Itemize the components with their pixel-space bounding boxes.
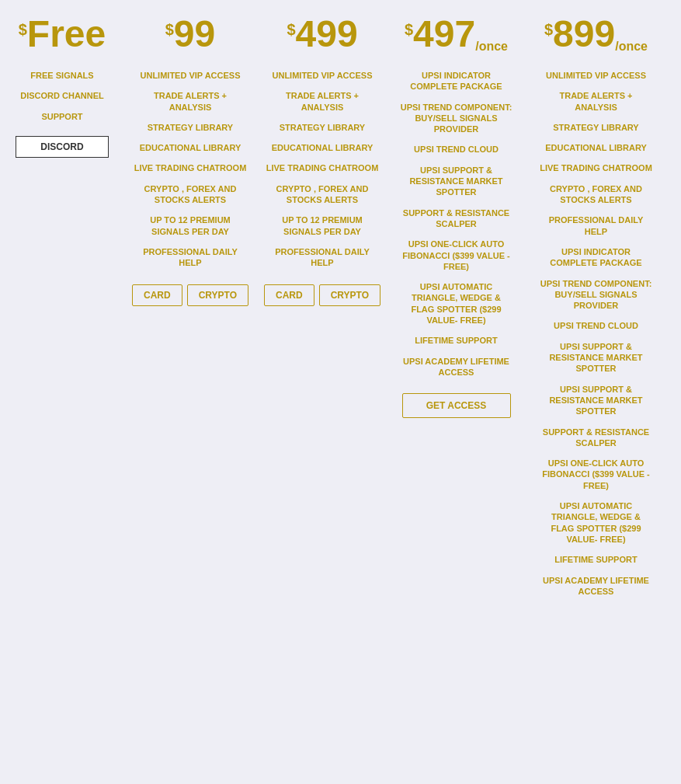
feature-497-8: LIFETIME SUPPORT bbox=[415, 333, 497, 347]
plan-99: $99 UNLIMITED VIP ACCESS TRADE ALERTS +A… bbox=[124, 8, 256, 612]
feature-497-3: UPSI TREND CLOUD bbox=[414, 142, 499, 156]
plan-free: $Free FREE SIGNALS DISCORD CHANNEL SUPPO… bbox=[0, 8, 124, 612]
feature-899-8: UPSI INDICATORCOMPLETE PACKAGE bbox=[550, 245, 641, 270]
feature-497-5: SUPPORT & RESISTANCESCALPER bbox=[403, 206, 509, 232]
get-access-button-497[interactable]: GET ACCESS bbox=[402, 393, 511, 418]
feature-899-12: UPSI SUPPORT &RESISTANCE MARKETSPOTTER bbox=[549, 382, 642, 419]
feature-899-9: UPSI TREND COMPONENT:BUY/SELL SIGNALSPRO… bbox=[540, 277, 652, 313]
feature-497-7: UPSI AUTOMATICTRIANGLE, WEDGE &FLAG SPOT… bbox=[411, 280, 501, 327]
feature-899-5: LIVE TRADING CHATROOM bbox=[540, 161, 652, 175]
feature-899-4: EDUCATIONAL LIBRARY bbox=[545, 141, 647, 155]
feature-99-6: CRYPTO , FOREX ANDSTOCKS ALERTS bbox=[144, 182, 237, 207]
feature-99-1: UNLIMITED VIP ACCESS bbox=[141, 68, 241, 82]
discord-button[interactable]: DISCORD bbox=[16, 136, 109, 158]
feature-899-15: UPSI AUTOMATICTRIANGLE, WEDGE &FLAG SPOT… bbox=[551, 499, 641, 546]
feature-899-16: LIFETIME SUPPORT bbox=[554, 552, 637, 566]
plan-899: $899/once UNLIMITED VIP ACCESS TRADE ALE… bbox=[524, 8, 668, 612]
feature-497-1: UPSI INDICATORCOMPLETE PACKAGE bbox=[410, 68, 502, 94]
plan-499: $499 UNLIMITED VIP ACCESS TRADE ALERTS +… bbox=[256, 8, 388, 612]
feature-899-10: UPSI TREND CLOUD bbox=[554, 319, 638, 333]
feature-499-5: LIVE TRADING CHATROOM bbox=[266, 161, 379, 175]
price-symbol-899: $ bbox=[544, 22, 553, 37]
feature-497-4: UPSI SUPPORT &RESISTANCE MARKETSPOTTER bbox=[409, 163, 502, 200]
feature-499-8: PROFESSIONAL DAILYHELP bbox=[275, 245, 370, 270]
feature-99-7: UP TO 12 PREMIUMSIGNALS PER DAY bbox=[150, 213, 231, 239]
feature-99-4: EDUCATIONAL LIBRARY bbox=[140, 141, 241, 155]
feature-899-13: SUPPORT & RESISTANCESCALPER bbox=[543, 425, 649, 451]
feature-499-2: TRADE ALERTS +ANALYSIS bbox=[286, 89, 359, 114]
feature-899-2: TRADE ALERTS +ANALYSIS bbox=[559, 89, 632, 114]
feature-499-4: EDUCATIONAL LIBRARY bbox=[272, 141, 374, 155]
feature-499-7: UP TO 12 PREMIUMSIGNALS PER DAY bbox=[282, 213, 363, 239]
card-button-99[interactable]: CARD bbox=[132, 284, 182, 306]
btn-group-99: CARD CRYPTO bbox=[132, 284, 248, 306]
feature-899-7: PROFESSIONAL DAILYHELP bbox=[549, 213, 644, 239]
price-899: $899/once bbox=[544, 16, 648, 53]
feature-99-2: TRADE ALERTS +ANALYSIS bbox=[154, 89, 227, 114]
plan-497: $497/once UPSI INDICATORCOMPLETE PACKAGE… bbox=[388, 8, 524, 612]
feature-497-9: UPSI ACADEMY LIFETIMEACCESS bbox=[403, 354, 509, 380]
feature-899-6: CRYPTO , FOREX ANDSTOCKS ALERTS bbox=[550, 182, 642, 207]
feature-free-1: FREE SIGNALS bbox=[30, 68, 93, 82]
price-symbol-497: $ bbox=[405, 22, 413, 37]
feature-99-5: LIVE TRADING CHATROOM bbox=[134, 161, 247, 175]
btn-group-499: CARD CRYPTO bbox=[264, 284, 380, 306]
feature-free-3: SUPPORT bbox=[41, 110, 82, 124]
feature-899-1: UNLIMITED VIP ACCESS bbox=[546, 68, 646, 82]
price-free: $Free bbox=[19, 16, 106, 53]
feature-899-3: STRATEGY LIBRARY bbox=[553, 120, 638, 134]
feature-899-17: UPSI ACADEMY LIFETIMEACCESS bbox=[543, 573, 649, 599]
feature-499-6: CRYPTO , FOREX ANDSTOCKS ALERTS bbox=[276, 182, 369, 207]
price-symbol-free: $ bbox=[19, 22, 27, 37]
feature-899-11: UPSI SUPPORT &RESISTANCE MARKETSPOTTER bbox=[549, 340, 642, 376]
feature-99-3: STRATEGY LIBRARY bbox=[148, 120, 233, 134]
price-499: $499 bbox=[287, 16, 357, 53]
price-99: $99 bbox=[165, 16, 216, 53]
feature-899-14: UPSI ONE-CLICK AUTOFIBONACCI ($399 VALUE… bbox=[542, 456, 650, 493]
price-symbol-499: $ bbox=[287, 22, 295, 37]
feature-free-2: DISCORD CHANNEL bbox=[20, 89, 104, 103]
crypto-button-499[interactable]: CRYPTO bbox=[319, 284, 380, 306]
card-button-499[interactable]: CARD bbox=[264, 284, 314, 306]
price-symbol-99: $ bbox=[165, 22, 174, 37]
price-suffix-497: /once bbox=[475, 40, 508, 53]
price-suffix-899: /once bbox=[615, 40, 648, 53]
pricing-grid: $Free FREE SIGNALS DISCORD CHANNEL SUPPO… bbox=[0, 0, 681, 620]
crypto-button-99[interactable]: CRYPTO bbox=[187, 284, 248, 306]
feature-499-3: STRATEGY LIBRARY bbox=[280, 120, 365, 134]
feature-497-2: UPSI TREND COMPONENT:BUY/SELL SIGNALSPRO… bbox=[401, 100, 512, 137]
feature-99-8: PROFESSIONAL DAILYHELP bbox=[143, 245, 238, 270]
price-497: $497/once bbox=[405, 16, 508, 53]
feature-499-1: UNLIMITED VIP ACCESS bbox=[273, 68, 373, 82]
feature-497-6: UPSI ONE-CLICK AUTOFIBONACCI ($399 VALUE… bbox=[402, 237, 510, 274]
